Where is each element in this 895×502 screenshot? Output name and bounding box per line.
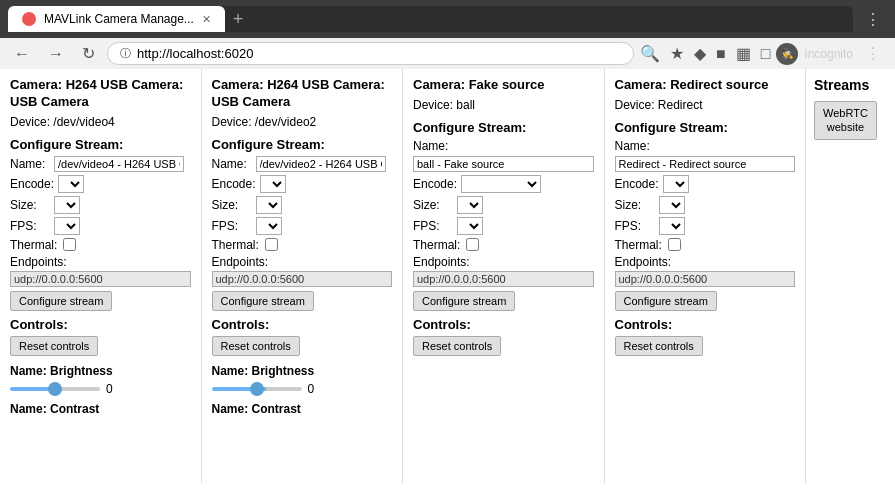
camera-3-reset-button[interactable]: Reset controls	[413, 336, 501, 356]
camera-3-endpoints-input[interactable]	[413, 271, 594, 287]
active-tab[interactable]: MAVLink Camera Manage... ✕	[8, 6, 225, 32]
camera-4-thermal-label: Thermal:	[615, 238, 662, 252]
camera-4-endpoints-input[interactable]	[615, 271, 796, 287]
incognito-area: 🕵 Incognito	[776, 43, 853, 65]
puzzle-icon[interactable]: ▦	[736, 44, 751, 63]
camera-1-name-row: Name:	[10, 156, 191, 172]
camera-1-reset-button[interactable]: Reset controls	[10, 336, 98, 356]
camera-1-encode-select[interactable]	[58, 175, 84, 193]
camera-3-configure-button[interactable]: Configure stream	[413, 291, 515, 311]
camera-1-fps-select[interactable]	[54, 217, 80, 235]
camera-section-1: Camera: H264 USB Camera: USB Camera Devi…	[0, 69, 202, 483]
back-button[interactable]: ←	[8, 43, 36, 65]
camera-2-fps-label: FPS:	[212, 219, 252, 233]
camera-1-fps-row: FPS:	[10, 217, 191, 235]
camera-1-title: Camera: H264 USB Camera: USB Camera	[10, 77, 191, 111]
camera-3-title: Camera: Fake source	[413, 77, 594, 94]
camera-4-controls-label: Controls:	[615, 317, 796, 332]
camera-4-fps-label: FPS:	[615, 219, 655, 233]
camera-3-thermal-checkbox[interactable]	[466, 238, 479, 251]
lock-icon: ⓘ	[120, 46, 131, 61]
camera-4-thermal-row: Thermal:	[615, 238, 796, 252]
camera-3-thermal-row: Thermal:	[413, 238, 594, 252]
camera-1-size-label: Size:	[10, 198, 50, 212]
camera-2-thermal-checkbox[interactable]	[265, 238, 278, 251]
camera-1-configure-button[interactable]: Configure stream	[10, 291, 112, 311]
camera-4-size-label: Size:	[615, 198, 655, 212]
camera-1-endpoints-input[interactable]	[10, 271, 191, 287]
camera-2-thermal-label: Thermal:	[212, 238, 259, 252]
camera-2-configure-button[interactable]: Configure stream	[212, 291, 314, 311]
incognito-label: Incognito	[804, 47, 853, 61]
camera-2-size-select[interactable]	[256, 196, 282, 214]
camera-3-encode-select[interactable]	[461, 175, 541, 193]
camera-1-size-select[interactable]	[54, 196, 80, 214]
camera-3-name-label: Name:	[413, 139, 453, 153]
camera-4-reset-button[interactable]: Reset controls	[615, 336, 703, 356]
camera-4-size-select[interactable]	[659, 196, 685, 214]
browser-menu-button[interactable]: ⋮	[859, 10, 887, 29]
camera-1-brightness-slider[interactable]	[10, 387, 100, 391]
extension2-icon[interactable]: ■	[716, 45, 726, 63]
camera-4-endpoints-label: Endpoints:	[615, 255, 796, 269]
nav-icons: 🔍 ★ ◆ ■ ▦ □	[640, 44, 770, 63]
webrtc-button[interactable]: WebRTC website	[814, 101, 877, 140]
main-content: Camera: H264 USB Camera: USB Camera Devi…	[0, 69, 895, 483]
camera-3-encode-row: Encode:	[413, 175, 594, 193]
extension-icon[interactable]: ◆	[694, 44, 706, 63]
camera-2-fps-select[interactable]	[256, 217, 282, 235]
camera-3-size-label: Size:	[413, 198, 453, 212]
bookmark-icon[interactable]: ★	[670, 44, 684, 63]
new-tab-button[interactable]: +	[225, 9, 252, 30]
camera-4-fps-select[interactable]	[659, 217, 685, 235]
camera-4-name-row: Name:	[615, 139, 796, 153]
camera-3-fps-label: FPS:	[413, 219, 453, 233]
nav-bar: ← → ↻ ⓘ http://localhost:6020 🔍 ★ ◆ ■ ▦ …	[0, 38, 895, 69]
camera-2-name-input[interactable]	[256, 156, 386, 172]
window-icon[interactable]: □	[761, 45, 771, 63]
camera-1-size-row: Size:	[10, 196, 191, 214]
camera-4-name-input[interactable]	[615, 156, 796, 172]
browser-options-button[interactable]: ⋮	[859, 44, 887, 63]
camera-3-size-row: Size:	[413, 196, 594, 214]
camera-2-name-label: Name:	[212, 157, 252, 171]
camera-3-name-row: Name:	[413, 139, 594, 153]
camera-3-encode-label: Encode:	[413, 177, 457, 191]
camera-4-encode-row: Encode:	[615, 175, 796, 193]
camera-2-encode-select[interactable]	[260, 175, 286, 193]
camera-3-controls-label: Controls:	[413, 317, 594, 332]
camera-1-name-input[interactable]	[54, 156, 184, 172]
tab-close-button[interactable]: ✕	[202, 13, 211, 26]
title-bar: MAVLink Camera Manage... ✕ + ⋮	[0, 0, 895, 38]
camera-2-brightness-slider[interactable]	[212, 387, 302, 391]
camera-1-thermal-label: Thermal:	[10, 238, 57, 252]
camera-2-controls-label: Controls:	[212, 317, 393, 332]
address-bar[interactable]: ⓘ http://localhost:6020	[107, 42, 634, 65]
camera-4-thermal-checkbox[interactable]	[668, 238, 681, 251]
camera-2-size-row: Size:	[212, 196, 393, 214]
camera-2-endpoints-label: Endpoints:	[212, 255, 393, 269]
webrtc-line1: WebRTC	[823, 107, 868, 119]
reload-button[interactable]: ↻	[76, 42, 101, 65]
camera-1-thermal-checkbox[interactable]	[63, 238, 76, 251]
camera-2-brightness-slider-row: 0	[212, 382, 393, 396]
tab-title: MAVLink Camera Manage...	[44, 12, 194, 26]
camera-3-fps-select[interactable]	[457, 217, 483, 235]
camera-section-3: Camera: Fake source Device: ball Configu…	[403, 69, 605, 483]
camera-4-configure-button[interactable]: Configure stream	[615, 291, 717, 311]
camera-2-configure-label: Configure Stream:	[212, 137, 393, 152]
camera-3-fps-row: FPS:	[413, 217, 594, 235]
camera-2-endpoints-input[interactable]	[212, 271, 393, 287]
camera-1-thermal-row: Thermal:	[10, 238, 191, 252]
camera-3-device: Device: ball	[413, 98, 594, 112]
camera-4-encode-select[interactable]	[663, 175, 689, 193]
forward-button[interactable]: →	[42, 43, 70, 65]
camera-1-name-label: Name:	[10, 157, 50, 171]
camera-3-size-select[interactable]	[457, 196, 483, 214]
camera-3-name-input[interactable]	[413, 156, 594, 172]
camera-2-name-row: Name:	[212, 156, 393, 172]
camera-1-fps-label: FPS:	[10, 219, 50, 233]
camera-1-configure-label: Configure Stream:	[10, 137, 191, 152]
search-icon[interactable]: 🔍	[640, 44, 660, 63]
camera-2-reset-button[interactable]: Reset controls	[212, 336, 300, 356]
